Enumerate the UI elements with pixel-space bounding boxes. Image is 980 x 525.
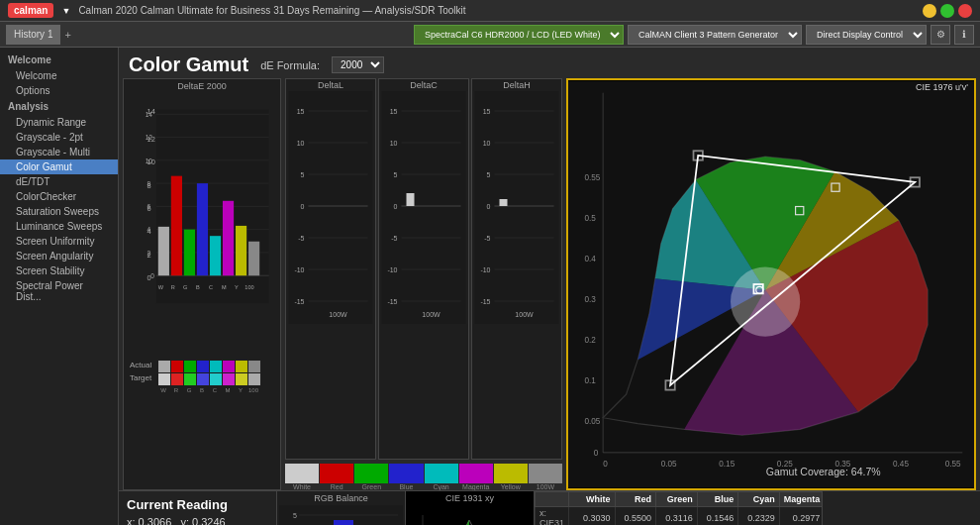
svg-text:5: 5 [394, 171, 398, 178]
swatch-blue-target [197, 373, 209, 385]
app-menu-arrow[interactable]: ▼ [61, 6, 70, 16]
svg-rect-42 [197, 183, 208, 275]
tab-plus-icon[interactable]: + [64, 29, 70, 41]
swatch-white-actual [158, 361, 170, 372]
sidebar-item-screen-stability[interactable]: Screen Stability [0, 263, 118, 278]
delta-c-title: DeltaC [379, 79, 468, 91]
col-header-magenta: Magenta [779, 492, 822, 507]
cie-svg: 0 0.05 0.15 0.25 0.35 0.45 0.55 0 0.05 0… [568, 80, 974, 488]
swatch-red-target [171, 373, 183, 385]
table-row: x: CIE310.30300.55000.31160.15460.23290.… [536, 507, 823, 526]
sidebar-item-grayscale-2pt[interactable]: Grayscale - 2pt [0, 130, 118, 145]
sidebar-item-luminance-sweeps[interactable]: Luminance Sweeps [0, 219, 118, 234]
current-reading-title: Current Reading [127, 497, 268, 512]
history-tab[interactable]: History 1 [6, 25, 60, 45]
svg-text:-15: -15 [480, 298, 490, 305]
svg-text:-5: -5 [298, 235, 304, 242]
swatch-cyan-actual [210, 361, 222, 372]
sidebar-item-dynamic-range[interactable]: Dynamic Range [0, 115, 118, 130]
swatch-cyan [425, 464, 458, 483]
rgb-balance-svg: 5 0 -5 100W [277, 505, 405, 525]
sidebar-item-screen-uniformity[interactable]: Screen Uniformity [0, 234, 118, 249]
maximize-button[interactable] [940, 4, 954, 18]
bar-chart-container: DeltaE 2000 14 12 10 8 6 4 2 0 [123, 78, 281, 490]
svg-text:4: 4 [147, 226, 151, 233]
x-value: x: 0.3066 y: 0.3246 [127, 516, 268, 525]
svg-text:12: 12 [146, 134, 153, 141]
sidebar-item-spectral-power[interactable]: Spectral Power Dist... [0, 278, 118, 304]
svg-text:C: C [209, 284, 213, 290]
main-layout: Welcome Welcome Options Analysis Dynamic… [0, 48, 980, 525]
swatch-green-actual [184, 361, 196, 372]
info-icon-btn[interactable]: ℹ [954, 25, 974, 45]
svg-text:0.45: 0.45 [893, 460, 909, 469]
svg-text:6: 6 [147, 203, 151, 210]
delta-h-chart: DeltaH 15 10 5 [471, 78, 562, 460]
swatch-red-actual [171, 361, 183, 372]
formula-select[interactable]: 2000 [332, 56, 384, 73]
svg-text:-15: -15 [294, 298, 304, 305]
delta-l-svg: 15 10 5 0 -5 -10 -15 100W [286, 91, 375, 324]
sidebar-item-grayscale-multi[interactable]: Grayscale - Multi [0, 145, 118, 159]
svg-rect-39 [158, 227, 169, 275]
svg-text:-5: -5 [484, 235, 490, 242]
svg-text:2: 2 [147, 250, 151, 257]
svg-text:B: B [196, 284, 200, 290]
sidebar-section-welcome: Welcome [0, 52, 118, 68]
data-table: White Red Green Blue Cyan Magenta Yellow… [535, 491, 822, 525]
svg-text:100W: 100W [515, 311, 534, 318]
col-header-label [536, 492, 569, 507]
sidebar-item-screen-angularity[interactable]: Screen Angularity [0, 249, 118, 263]
swatch-white [285, 464, 319, 483]
svg-text:R: R [171, 284, 175, 290]
rgb-balance-chart: RGB Balance 5 0 -5 [277, 491, 406, 525]
sidebar-item-options[interactable]: Options [0, 83, 118, 98]
svg-text:0: 0 [594, 449, 599, 458]
swatch-100w [529, 464, 562, 483]
svg-text:0.4: 0.4 [584, 255, 596, 263]
svg-text:Gamut Coverage: 64.7%: Gamut Coverage: 64.7% [766, 466, 881, 477]
svg-text:15: 15 [297, 108, 305, 115]
minimize-button[interactable] [923, 4, 936, 18]
sidebar-item-de-tdt[interactable]: dE/TDT [0, 174, 118, 189]
swatch-green-target [184, 373, 196, 385]
table-cell-value: 0.1546 [697, 507, 738, 526]
swatch-yellow-actual [236, 361, 247, 372]
sidebar-item-color-gamut[interactable]: Color Gamut [0, 159, 118, 174]
svg-text:100W: 100W [329, 311, 347, 318]
direct-dropdown[interactable]: Direct Display Control [806, 25, 927, 45]
nav-buttons-panel: ⏮ ▶ ⏭ 💾 ⚙ ✱ Back Next [822, 491, 980, 525]
svg-text:100: 100 [245, 284, 253, 290]
swatch-cyan-target [210, 373, 222, 385]
settings-icon-btn[interactable]: ⚙ [931, 25, 950, 45]
svg-text:10: 10 [146, 158, 153, 164]
swatch-blue [389, 464, 423, 483]
svg-text:0: 0 [603, 460, 608, 469]
svg-text:-10: -10 [294, 266, 304, 273]
page-title: Color Gamut [129, 53, 248, 76]
app-logo: calman [8, 3, 53, 18]
svg-text:5: 5 [487, 171, 491, 178]
spectral-dropdown[interactable]: SpectraCal C6 HDR2000 / LCD (LED White) [414, 25, 624, 45]
svg-text:-15: -15 [387, 298, 397, 305]
calman-dropdown[interactable]: CalMAN Client 3 Pattern Generator [628, 25, 802, 45]
svg-text:10: 10 [390, 140, 398, 147]
svg-rect-40 [171, 176, 182, 276]
data-table-container: White Red Green Blue Cyan Magenta Yellow… [535, 491, 822, 525]
table-cell-label: x: CIE31 [536, 507, 569, 526]
close-button[interactable] [958, 4, 972, 18]
svg-text:8: 8 [147, 180, 151, 187]
sidebar-item-welcome[interactable]: Welcome [0, 68, 118, 83]
sidebar-item-saturation-sweeps[interactable]: Saturation Sweeps [0, 204, 118, 219]
svg-text:M: M [222, 284, 227, 290]
sidebar-item-colorchecker[interactable]: ColorChecker [0, 189, 118, 204]
svg-text:-10: -10 [387, 266, 397, 273]
window-title: Calman 2020 Calman Ultimate for Business… [78, 5, 915, 16]
svg-text:5: 5 [293, 512, 297, 519]
title-bar: calman ▼ Calman 2020 Calman Ultimate for… [0, 0, 980, 22]
swatch-100w-target [248, 373, 260, 385]
table-cell-value: 0.2329 [738, 507, 780, 526]
svg-rect-150 [334, 520, 353, 525]
svg-rect-46 [248, 242, 259, 275]
swatch-magenta [459, 464, 493, 483]
